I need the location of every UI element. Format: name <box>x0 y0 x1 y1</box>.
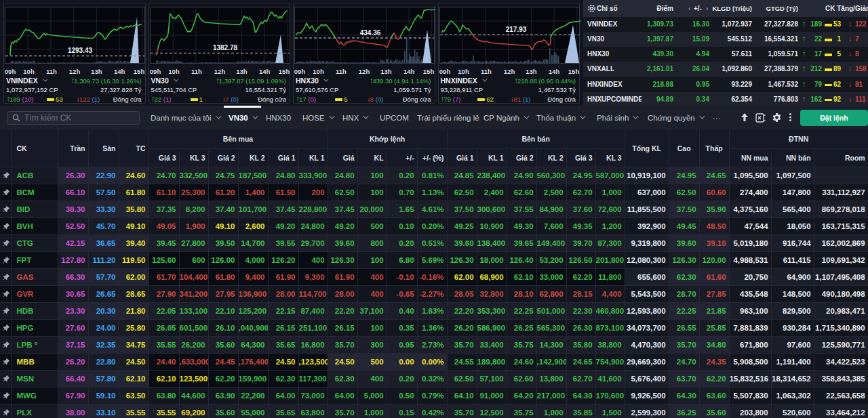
svg-text:11h: 11h <box>191 68 202 75</box>
svg-text:12h: 12h <box>359 68 370 75</box>
svg-text:10h: 10h <box>168 68 180 75</box>
svg-text:14h: 14h <box>258 68 270 75</box>
svg-text:10h: 10h <box>23 68 35 75</box>
svg-text:13h: 13h <box>380 68 392 75</box>
svg-text:1293.43: 1293.43 <box>68 47 93 54</box>
svg-text:15h: 15h <box>423 68 435 75</box>
svg-text:11h: 11h <box>481 68 492 75</box>
svg-text:13h: 13h <box>526 68 537 75</box>
svg-text:12h: 12h <box>214 68 225 75</box>
svg-text:15h: 15h <box>278 68 290 75</box>
svg-text:12h: 12h <box>69 68 81 75</box>
svg-text:12h: 12h <box>503 68 515 75</box>
svg-text:09h: 09h <box>5 68 16 75</box>
svg-text:14h: 14h <box>403 68 415 75</box>
svg-text:14h: 14h <box>114 68 125 75</box>
svg-text:10h: 10h <box>458 68 469 75</box>
svg-text:15h: 15h <box>568 68 579 75</box>
svg-text:09h: 09h <box>439 68 450 75</box>
svg-text:13h: 13h <box>236 68 248 75</box>
svg-text:217.93: 217.93 <box>505 26 526 33</box>
svg-text:434.36: 434.36 <box>360 29 381 37</box>
svg-text:09h: 09h <box>294 68 306 75</box>
svg-text:11h: 11h <box>336 68 347 75</box>
svg-text:09h: 09h <box>149 68 161 75</box>
svg-text:10h: 10h <box>313 68 324 75</box>
svg-text:1382.78: 1382.78 <box>212 44 237 51</box>
svg-text:15h: 15h <box>134 68 145 75</box>
svg-text:11h: 11h <box>46 68 57 75</box>
svg-text:13h: 13h <box>91 68 102 75</box>
svg-text:14h: 14h <box>548 68 559 75</box>
